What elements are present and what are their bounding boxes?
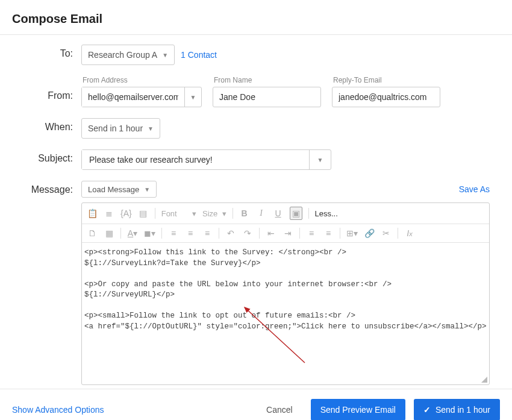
row-to: To: Research Group A ▼ 1 Contact xyxy=(12,45,500,65)
row-subject: Subject: ▼ xyxy=(12,149,500,170)
row-from: From: From Address ▼ From Name Reply-To … xyxy=(12,76,500,107)
from-address-chevron[interactable]: ▼ xyxy=(184,87,201,107)
check-icon: ✓ xyxy=(423,405,431,415)
annotation-arrow xyxy=(239,302,311,369)
from-address-block: From Address ▼ xyxy=(81,76,202,107)
new-page-icon[interactable]: 🗋 xyxy=(87,228,98,238)
header: Compose Email xyxy=(0,0,512,35)
resize-handle[interactable] xyxy=(481,376,488,383)
from-address-label: From Address xyxy=(81,76,202,84)
align-center-icon[interactable]: ≡ xyxy=(185,228,196,238)
redo-icon[interactable]: ↷ xyxy=(242,228,253,238)
advanced-options-link[interactable]: Show Advanced Options xyxy=(12,405,104,415)
reply-to-input[interactable] xyxy=(332,87,440,107)
size-dropdown[interactable]: Size ▾ xyxy=(202,209,226,218)
source-icon[interactable]: ▣ xyxy=(290,207,302,220)
toolbar-row-1: 📋 ≣ {A} ▤ Font ▾ Size ▾ B I U ▣ Less... xyxy=(82,203,489,224)
list-icon[interactable]: ≣ xyxy=(104,208,114,218)
contacts-link[interactable]: 1 Contact xyxy=(181,50,217,60)
chevron-down-icon: ▼ xyxy=(148,125,154,132)
to-group-value: Research Group A xyxy=(88,50,157,60)
bold-icon[interactable]: B xyxy=(239,208,250,218)
clear-format-icon[interactable]: Ix xyxy=(404,228,415,238)
label-subject: Subject: xyxy=(12,149,81,164)
from-name-block: From Name xyxy=(213,76,321,107)
toolbar-row-2: 🗋 ▦ A▾ ◼▾ ≡ ≡ ≡ ↶ ↷ ⇤ ⇥ ≡ xyxy=(82,224,489,243)
align-left-icon[interactable]: ≡ xyxy=(168,228,179,238)
italic-icon[interactable]: I xyxy=(256,208,267,218)
numbered-list-icon[interactable]: ≡ xyxy=(306,228,317,238)
image-icon[interactable]: ▤ xyxy=(138,208,149,218)
subject-chevron[interactable]: ▼ xyxy=(309,150,331,169)
undo-icon[interactable]: ↶ xyxy=(225,228,236,238)
load-message-dropdown[interactable]: Load Message ▼ xyxy=(81,181,157,198)
when-dropdown[interactable]: Send in 1 hour ▼ xyxy=(81,118,160,139)
reply-to-block: Reply-To Email xyxy=(332,76,440,107)
to-group-dropdown[interactable]: Research Group A ▼ xyxy=(81,45,175,65)
send-button-label: Send in 1 hour xyxy=(436,405,490,415)
clipboard-icon[interactable]: 📋 xyxy=(87,208,98,218)
subject-field[interactable]: ▼ xyxy=(81,149,331,170)
subject-input[interactable] xyxy=(82,150,309,169)
from-name-input[interactable] xyxy=(213,87,321,107)
table-icon[interactable]: ⊞▾ xyxy=(346,228,358,238)
footer: Show Advanced Options Cancel Send Previe… xyxy=(0,389,512,420)
page-title: Compose Email xyxy=(12,12,500,26)
outdent-icon[interactable]: ⇤ xyxy=(266,228,276,238)
align-right-icon[interactable]: ≡ xyxy=(202,228,213,238)
compose-form: To: Research Group A ▼ 1 Contact From: F… xyxy=(0,35,512,385)
label-when: When: xyxy=(12,118,81,133)
row-when: When: Send in 1 hour ▼ xyxy=(12,118,500,139)
editor: 📋 ≣ {A} ▤ Font ▾ Size ▾ B I U ▣ Less... xyxy=(81,202,490,385)
send-button[interactable]: ✓ Send in 1 hour xyxy=(414,399,500,420)
bg-color-icon[interactable]: ◼▾ xyxy=(144,228,155,238)
font-dropdown[interactable]: Font ▾ xyxy=(161,209,196,218)
load-message-label: Load Message xyxy=(88,185,139,194)
label-from: From: xyxy=(12,76,81,101)
unlink-icon[interactable]: ✂ xyxy=(381,228,392,238)
reply-to-label: Reply-To Email xyxy=(332,76,440,84)
chevron-down-icon: ▼ xyxy=(162,52,168,58)
send-preview-button[interactable]: Send Preview Email xyxy=(311,399,405,420)
piped-text-icon[interactable]: {A} xyxy=(120,208,132,218)
cancel-button[interactable]: Cancel xyxy=(257,399,302,420)
chevron-down-icon: ▼ xyxy=(144,186,150,193)
save-as-link[interactable]: Save As xyxy=(459,184,490,194)
from-address-field[interactable]: ▼ xyxy=(81,87,202,107)
link-icon[interactable]: 🔗 xyxy=(364,228,375,238)
row-message: Message: Load Message ▼ Save As 📋 ≣ {A} … xyxy=(12,181,500,385)
svg-line-0 xyxy=(245,307,305,363)
text-color-icon[interactable]: A▾ xyxy=(127,228,138,238)
template-icon[interactable]: ▦ xyxy=(104,228,114,238)
bullet-list-icon[interactable]: ≡ xyxy=(323,228,334,238)
from-address-input[interactable] xyxy=(82,87,184,107)
label-message: Message: xyxy=(12,181,81,195)
underline-icon[interactable]: U xyxy=(273,208,284,218)
less-toggle[interactable]: Less... xyxy=(315,209,338,218)
indent-icon[interactable]: ⇥ xyxy=(283,228,293,238)
label-to: To: xyxy=(12,45,81,59)
from-name-label: From Name xyxy=(213,76,321,84)
when-value: Send in 1 hour xyxy=(88,124,143,133)
